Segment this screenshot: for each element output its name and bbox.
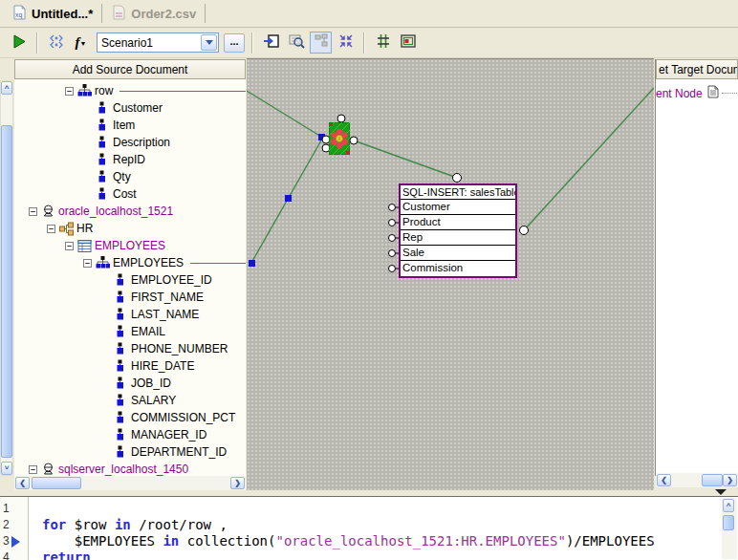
mapping-connector-line xyxy=(119,91,246,92)
scroll-up-button[interactable]: ˄ xyxy=(723,499,734,512)
tree-item[interactable]: −EMPLOYEES xyxy=(14,254,246,271)
field-icon xyxy=(114,394,128,408)
code-token: in xyxy=(163,533,179,549)
tree-item[interactable]: Qty xyxy=(14,168,246,185)
tree-item[interactable]: −row xyxy=(14,82,246,99)
target-horizontal-scrollbar[interactable]: ❮ ❯ xyxy=(656,473,738,487)
tree-horizontal-scrollbar[interactable]: ❮ ❯ xyxy=(14,476,246,490)
sql-block-row[interactable]: Sale xyxy=(401,246,515,261)
tab-separator xyxy=(101,4,102,23)
block-view-toggle-button[interactable] xyxy=(310,32,332,54)
main-toolbar: f▼ Scenario1 ... xyxy=(0,28,738,58)
tree-item-label: row xyxy=(95,84,113,97)
code-token: /root/row , xyxy=(131,517,228,532)
tree-item[interactable]: −EMPLOYEES xyxy=(14,237,246,254)
tree-item[interactable]: −oracle_localhost_1521 xyxy=(14,203,246,220)
tab-order2[interactable]: Order2.csv xyxy=(103,1,204,27)
scroll-right-button[interactable]: ❯ xyxy=(723,474,737,486)
expand-collapse-toggle[interactable]: − xyxy=(47,225,55,233)
code-gutter: 1234 xyxy=(0,497,29,560)
sql-block-row[interactable]: Customer xyxy=(401,200,515,215)
preview-result-button[interactable] xyxy=(285,32,307,54)
scroll-right-button[interactable]: ❯ xyxy=(230,477,245,489)
scroll-left-button[interactable]: ❮ xyxy=(657,474,671,486)
tree-item[interactable]: HIRE_DATE xyxy=(14,357,246,375)
mapping-line-row[interactable] xyxy=(247,91,321,137)
code-token: "oracle_localhost_1521:HR.EMPLOYEES" xyxy=(275,533,565,549)
tree-item[interactable]: Customer xyxy=(14,99,246,117)
scrollbar-thumb[interactable] xyxy=(723,515,734,530)
xml-mapper-button[interactable] xyxy=(45,32,67,54)
code-editor[interactable]: for $row in /root/row , $EMPLOYEES in co… xyxy=(29,497,738,560)
add-source-document-button[interactable]: Add Source Document xyxy=(14,59,246,79)
tree-item[interactable]: Description xyxy=(14,134,246,151)
db-icon xyxy=(41,463,55,477)
scrollbar-thumb[interactable] xyxy=(32,477,81,489)
canvas-frame-button[interactable] xyxy=(397,32,419,54)
field-icon xyxy=(96,118,110,133)
tree-item[interactable]: −HR xyxy=(14,220,246,237)
xquery-source-panel[interactable]: 1234 for $row in /root/row , $EMPLOYEES … xyxy=(0,496,738,560)
sql-block-row[interactable]: Product xyxy=(401,215,515,230)
scenario-select[interactable]: Scenario1 xyxy=(97,32,219,53)
tree-item[interactable]: Item xyxy=(14,117,246,134)
sql-block-row[interactable]: Rep xyxy=(401,230,515,246)
code-line[interactable] xyxy=(42,501,738,517)
link-anchor-square[interactable] xyxy=(249,260,255,267)
expand-collapse-toggle[interactable]: − xyxy=(29,465,37,474)
tree-item[interactable]: SALARY xyxy=(14,392,246,409)
tree-item[interactable]: JOB_ID xyxy=(14,375,246,392)
expand-collapse-toggle[interactable]: − xyxy=(29,207,37,216)
scenario-properties-button[interactable]: ... xyxy=(224,33,245,53)
scrollbar-thumb[interactable] xyxy=(702,474,723,486)
tree-item[interactable]: MANAGER_ID xyxy=(14,426,246,443)
grid-align-button[interactable] xyxy=(372,32,394,54)
tree-item[interactable]: Cost xyxy=(14,185,246,203)
mapping-canvas[interactable]: SQL-INSERT: salesTable CustomerProductRe… xyxy=(247,58,654,490)
flwor-block[interactable] xyxy=(329,122,350,155)
chevron-down-icon[interactable] xyxy=(201,34,217,51)
tree-item[interactable]: −sqlserver_localhost_1450 xyxy=(14,461,246,476)
expand-collapse-toggle[interactable]: − xyxy=(65,242,74,250)
tree-item[interactable]: EMAIL xyxy=(14,323,246,340)
tree-item-label: EMPLOYEES xyxy=(95,239,165,252)
code-line[interactable]: $EMPLOYEES in collection("oracle_localho… xyxy=(42,533,738,549)
expand-collapse-toggle[interactable]: − xyxy=(83,259,92,268)
sql-block-row[interactable]: Commission xyxy=(401,261,515,276)
goto-source-button[interactable] xyxy=(260,32,282,54)
tab-untitled[interactable]: xq Untitled...* xyxy=(4,1,100,27)
sql-block-right-port[interactable] xyxy=(520,226,529,235)
tree-item[interactable]: LAST_NAME xyxy=(14,306,246,323)
collapse-all-button[interactable] xyxy=(335,32,357,54)
link-anchor-square[interactable] xyxy=(285,195,292,202)
scroll-up-button[interactable]: ˄ xyxy=(1,81,12,95)
mapping-line-to-target[interactable] xyxy=(524,88,654,230)
tree-item[interactable]: RepID xyxy=(14,151,246,168)
tree-item[interactable]: DEPARTMENT_ID xyxy=(14,443,246,461)
set-target-document-button[interactable]: et Target Docume xyxy=(656,59,738,79)
tree-item[interactable]: PHONE_NUMBER xyxy=(14,340,246,357)
left-vertical-scrollbar[interactable]: ˄ ˅ xyxy=(0,80,13,476)
tree-item[interactable]: FIRST_NAME xyxy=(14,289,246,306)
tab-separator xyxy=(205,4,206,23)
code-line[interactable]: return xyxy=(42,549,738,560)
scroll-left-button[interactable]: ❮ xyxy=(15,477,30,489)
block-view-toggle-icon xyxy=(313,32,330,53)
sql-block-top-port[interactable] xyxy=(453,174,462,183)
flwor-right-port[interactable] xyxy=(350,137,358,144)
code-vertical-scrollbar[interactable]: ˄ xyxy=(722,498,737,559)
tree-item[interactable]: EMPLOYEE_ID xyxy=(14,271,246,289)
splitter-collapse-icon[interactable] xyxy=(715,489,727,495)
scrollbar-thumb[interactable] xyxy=(1,125,12,458)
tree-item[interactable]: COMMISSION_PCT xyxy=(14,409,246,426)
grid-align-icon xyxy=(375,32,392,53)
mapping-line-to-block[interactable] xyxy=(354,140,457,178)
run-button[interactable] xyxy=(8,32,30,54)
target-document-node[interactable]: ent Node xyxy=(656,85,738,101)
sql-insert-block[interactable]: SQL-INSERT: salesTable CustomerProductRe… xyxy=(399,183,517,278)
function-menu-button[interactable]: f▼ xyxy=(70,32,92,54)
scroll-down-button[interactable]: ˅ xyxy=(1,462,12,475)
expand-collapse-toggle[interactable]: − xyxy=(65,87,74,96)
flwor-top-port[interactable] xyxy=(337,115,345,122)
code-line[interactable]: for $row in /root/row , xyxy=(42,517,738,533)
